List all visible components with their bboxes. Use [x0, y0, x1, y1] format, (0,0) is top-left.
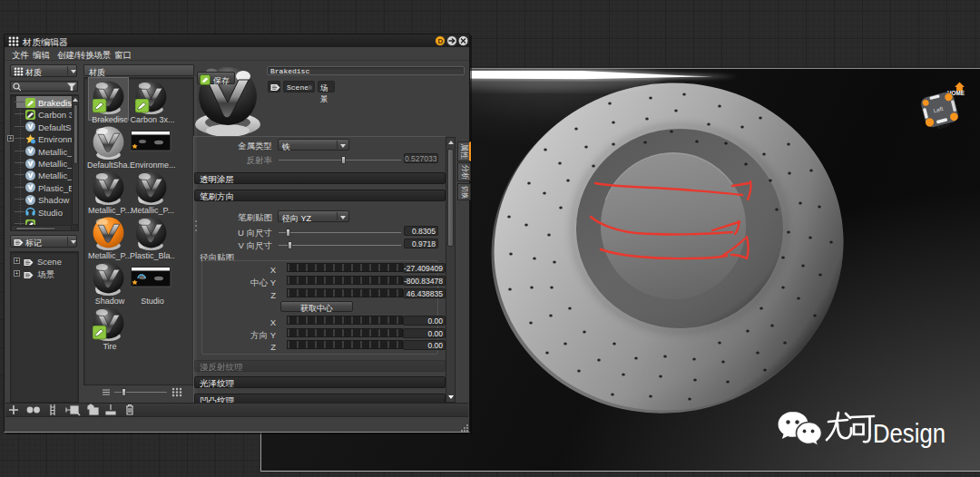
- svg-text:D: D: [438, 37, 444, 45]
- svg-text:Design: Design: [873, 419, 946, 448]
